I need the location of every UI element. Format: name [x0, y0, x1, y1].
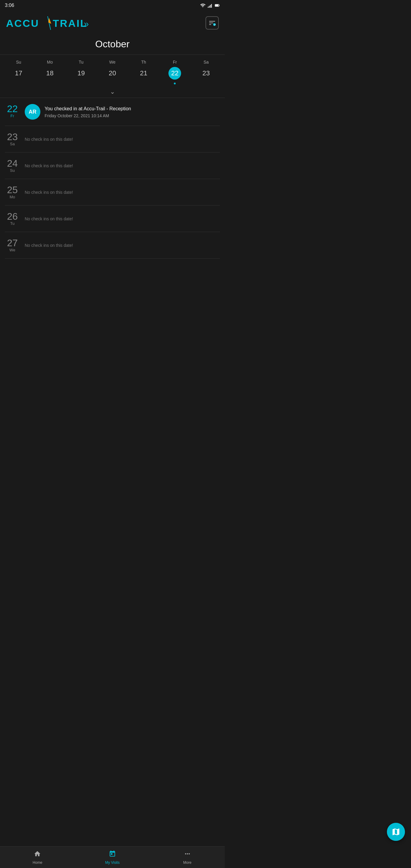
day-name-3: We [109, 60, 116, 64]
day-col-1[interactable]: Mo 18 [38, 60, 62, 84]
event-group-27: 27 We No check ins on this date! [0, 232, 225, 258]
status-icons [200, 3, 220, 8]
empty-date-27: 27 We [5, 238, 20, 252]
empty-day-num-23: 23 [7, 132, 18, 142]
empty-event-23: 23 Sa No check ins on this date! [5, 126, 220, 153]
empty-event-26: 26 Tu No check ins on this date! [5, 206, 220, 232]
day-name-6: Sa [204, 60, 209, 64]
event-item-22: 22 Fr AR You checked in at Accu-Trail - … [5, 98, 220, 126]
empty-event-25: 25 Mo No check ins on this date! [5, 179, 220, 206]
day-num-1: 18 [44, 67, 56, 80]
calendar-week: Su 17 Mo 18 Tu 19 We 20 Th 21 Fr 22 Sa 2… [0, 55, 225, 87]
empty-day-num-26: 26 [7, 212, 18, 221]
battery-icon [215, 3, 220, 8]
event-group-25: 25 Mo No check ins on this date! [0, 179, 225, 206]
day-num-5: 22 [168, 67, 181, 80]
status-bar: 3:06 [0, 0, 225, 11]
event-group-23: 23 Sa No check ins on this date! [0, 126, 225, 153]
logo-svg: ACCU TRAIL » [6, 15, 90, 31]
logo: ACCU TRAIL » [6, 15, 90, 31]
day-name-4: Th [141, 60, 146, 64]
empty-day-num-24: 24 [7, 158, 18, 168]
expand-row[interactable]: ⌄ [0, 87, 225, 98]
event-text-22: You checked in at Accu-Trail - Reception… [44, 105, 220, 118]
event-group-24: 24 Su No check ins on this date! [0, 153, 225, 179]
day-col-5[interactable]: Fr 22 [163, 60, 187, 84]
day-name-2: Tu [78, 60, 84, 64]
wifi-icon [200, 3, 205, 8]
svg-text:↺: ↺ [214, 24, 216, 26]
svg-rect-5 [215, 4, 218, 6]
empty-day-name-23: Sa [10, 142, 15, 146]
event-date-22: 22 Fr [5, 104, 20, 118]
empty-day-name-25: Mo [10, 195, 15, 199]
event-day-name-22: Fr [10, 114, 14, 118]
event-subtitle-22: Friday October 22, 2021 10:14 AM [44, 113, 220, 118]
events-list: 22 Fr AR You checked in at Accu-Trail - … [0, 98, 225, 283]
day-num-0: 17 [12, 67, 25, 80]
svg-rect-6 [219, 5, 220, 6]
day-col-4[interactable]: Th 21 [132, 60, 156, 84]
month-title: October [0, 35, 225, 55]
svg-rect-1 [209, 6, 210, 8]
empty-date-23: 23 Sa [5, 132, 20, 146]
app-header: ACCU TRAIL » ↺ [0, 11, 225, 35]
empty-day-num-27: 27 [7, 238, 18, 248]
empty-text-25: No check ins on this date! [25, 190, 220, 195]
status-time: 3:06 [5, 3, 14, 8]
svg-marker-9 [48, 18, 51, 24]
empty-event-27: 27 We No check ins on this date! [5, 232, 220, 258]
filter-button[interactable]: ↺ [205, 16, 219, 30]
filter-icon: ↺ [208, 19, 216, 27]
svg-text:TRAIL: TRAIL [53, 18, 87, 29]
empty-text-26: No check ins on this date! [25, 216, 220, 221]
day-num-4: 21 [137, 67, 150, 80]
empty-day-num-25: 25 [7, 185, 18, 195]
empty-date-25: 25 Mo [5, 185, 20, 199]
event-title-22: You checked in at Accu-Trail - Reception [44, 105, 220, 112]
event-day-num-22: 22 [7, 104, 18, 114]
event-group-22: 22 Fr AR You checked in at Accu-Trail - … [0, 98, 225, 126]
signal-icon [207, 3, 213, 8]
day-name-1: Mo [47, 60, 53, 64]
svg-text:»: » [84, 19, 89, 29]
empty-date-26: 26 Tu [5, 212, 20, 226]
expand-arrow-icon: ⌄ [110, 88, 115, 95]
empty-day-name-26: Tu [10, 221, 15, 226]
day-num-3: 20 [106, 67, 119, 80]
event-content-22: AR You checked in at Accu-Trail - Recept… [25, 104, 220, 120]
svg-rect-3 [211, 4, 212, 8]
empty-text-24: No check ins on this date! [25, 163, 220, 168]
day-name-0: Su [16, 60, 21, 64]
day-num-2: 19 [75, 67, 87, 80]
empty-text-23: No check ins on this date! [25, 137, 220, 142]
day-col-3[interactable]: We 20 [100, 60, 124, 84]
empty-event-24: 24 Su No check ins on this date! [5, 153, 220, 179]
empty-text-27: No check ins on this date! [25, 243, 220, 248]
day-col-2[interactable]: Tu 19 [69, 60, 93, 84]
svg-text:ACCU: ACCU [6, 18, 39, 29]
event-group-26: 26 Tu No check ins on this date! [0, 206, 225, 232]
svg-rect-0 [208, 7, 209, 8]
day-name-5: Fr [173, 60, 177, 64]
today-dot [174, 83, 176, 84]
empty-day-name-27: We [9, 248, 15, 252]
empty-day-name-24: Su [10, 168, 15, 173]
svg-rect-2 [210, 5, 211, 8]
event-avatar-22: AR [25, 104, 40, 120]
day-num-6: 23 [200, 67, 213, 80]
empty-date-24: 24 Su [5, 158, 20, 173]
day-col-6[interactable]: Sa 23 [194, 60, 218, 84]
day-col-0[interactable]: Su 17 [7, 60, 31, 84]
